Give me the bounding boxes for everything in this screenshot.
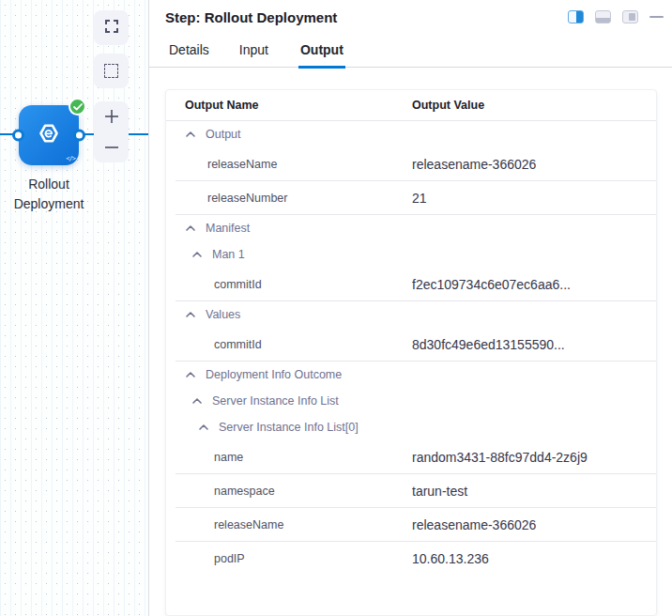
chevron-up-icon[interactable] bbox=[198, 423, 209, 432]
output-key: releaseName bbox=[166, 158, 412, 171]
expand-icon bbox=[104, 19, 119, 37]
chevron-up-icon[interactable] bbox=[185, 223, 196, 233]
collapse-minus-icon[interactable] bbox=[649, 16, 664, 18]
table-row: namespace tarun-test bbox=[166, 474, 656, 508]
section-row-manifest[interactable]: Manifest bbox=[166, 215, 656, 241]
output-value: f2ec109734c6e07ec6aa6... bbox=[412, 270, 600, 300]
section-row-server-instance-info-list[interactable]: Server Instance Info List bbox=[166, 388, 656, 414]
section-row-values[interactable]: Values bbox=[166, 301, 656, 328]
zoom-in-button[interactable] bbox=[94, 101, 129, 132]
dock-bottom-icon[interactable] bbox=[595, 10, 611, 23]
output-port[interactable] bbox=[73, 130, 85, 142]
panel-header: Step: Rollout Deployment bbox=[149, 0, 672, 31]
section-label: Server Instance Info List bbox=[212, 394, 339, 408]
section-label: Manifest bbox=[206, 222, 250, 235]
tab-bar: Details Input Output bbox=[149, 31, 672, 68]
zoom-out-button[interactable] bbox=[94, 132, 129, 163]
chevron-up-icon[interactable] bbox=[191, 250, 203, 259]
panel-layout-controls bbox=[568, 10, 664, 23]
table-header-row: Output Name Output Value bbox=[166, 90, 656, 121]
output-key: releaseName bbox=[166, 518, 412, 531]
output-key: name bbox=[166, 451, 412, 464]
input-port[interactable] bbox=[12, 130, 24, 142]
table-row: releaseName releasename-366026 bbox=[166, 147, 656, 181]
tab-details[interactable]: Details bbox=[169, 42, 209, 69]
output-table-card: Output Name Output Value Output releaseN… bbox=[165, 89, 657, 616]
pipeline-canvas[interactable]: </> Rollout Deployment bbox=[0, 0, 148, 616]
output-value: 8d30fc49e6ed13155590... bbox=[412, 330, 600, 360]
tab-output[interactable]: Output bbox=[298, 42, 345, 69]
output-value: random3431-88fc97dd4-2z6j9 bbox=[412, 442, 600, 472]
chevron-up-icon[interactable] bbox=[185, 130, 196, 139]
rollout-deployment-icon bbox=[37, 121, 61, 149]
success-check-badge bbox=[69, 98, 86, 116]
output-key: namespace bbox=[166, 485, 412, 498]
section-label: Deployment Info Outcome bbox=[206, 368, 342, 381]
panel-title: Step: Rollout Deployment bbox=[165, 9, 337, 25]
section-row-server-instance-info-list-0[interactable]: Server Instance Info List[0] bbox=[166, 414, 656, 440]
step-details-panel: Step: Rollout Deployment Details Input O… bbox=[149, 0, 672, 616]
column-header-output-value: Output Value bbox=[412, 99, 656, 112]
zoom-controls bbox=[94, 101, 129, 162]
output-key: commitId bbox=[166, 338, 412, 351]
table-row: commitId 8d30fc49e6ed13155590... bbox=[166, 328, 656, 362]
section-row-deployment-info-outcome[interactable]: Deployment Info Outcome bbox=[166, 362, 656, 388]
table-row: podIP 10.60.13.236 bbox=[166, 542, 656, 576]
code-icon: </> bbox=[66, 155, 75, 162]
split-view-icon[interactable] bbox=[568, 10, 584, 23]
output-value: 10.60.13.236 bbox=[412, 544, 600, 574]
tab-input[interactable]: Input bbox=[239, 42, 268, 69]
output-value: releasename-366026 bbox=[412, 510, 600, 540]
table-row: name random3431-88fc97dd4-2z6j9 bbox=[166, 440, 656, 474]
marquee-select-button[interactable] bbox=[94, 54, 129, 88]
section-row-output[interactable]: Output bbox=[166, 121, 656, 147]
output-key: podIP bbox=[166, 552, 412, 565]
table-row: releaseName releasename-366026 bbox=[166, 508, 656, 542]
table-row: commitId f2ec109734c6e07ec6aa6... bbox=[166, 268, 656, 301]
section-label: Output bbox=[206, 128, 241, 141]
table-row: releaseNumber 21 bbox=[166, 181, 656, 215]
dock-right-icon[interactable] bbox=[622, 10, 638, 23]
chevron-up-icon[interactable] bbox=[185, 310, 196, 319]
step-node-rollout-deployment[interactable]: </> bbox=[19, 105, 79, 165]
section-label: Values bbox=[206, 308, 240, 321]
chevron-up-icon[interactable] bbox=[191, 396, 203, 406]
column-header-output-name: Output Name bbox=[166, 99, 412, 112]
output-value: tarun-test bbox=[412, 476, 600, 506]
output-value: 21 bbox=[412, 183, 600, 213]
output-value: releasename-366026 bbox=[412, 149, 600, 179]
fullscreen-expand-button[interactable] bbox=[94, 10, 129, 45]
section-label: Man 1 bbox=[212, 248, 245, 261]
section-label: Server Instance Info List[0] bbox=[219, 421, 359, 434]
output-key: commitId bbox=[166, 278, 412, 291]
chevron-up-icon[interactable] bbox=[185, 370, 196, 379]
node-label: Rollout Deployment bbox=[0, 175, 105, 214]
output-key: releaseNumber bbox=[166, 192, 412, 205]
section-row-man-1[interactable]: Man 1 bbox=[166, 241, 656, 268]
marquee-select-icon bbox=[104, 64, 118, 78]
